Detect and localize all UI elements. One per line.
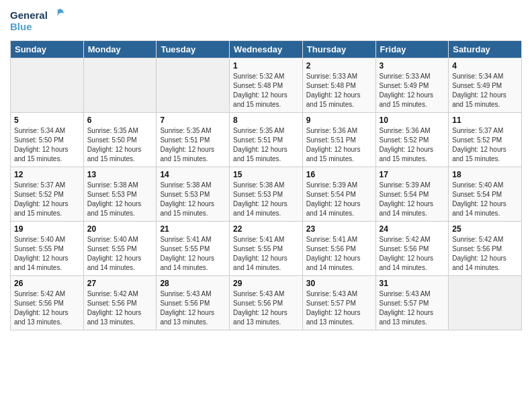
day-number: 23 bbox=[306, 224, 372, 234]
weekday-header-friday: Friday bbox=[375, 41, 449, 58]
calendar-cell: 17Sunrise: 5:39 AM Sunset: 5:54 PM Dayli… bbox=[375, 167, 449, 222]
day-number: 13 bbox=[87, 170, 153, 179]
day-info: Sunrise: 5:42 AM Sunset: 5:56 PM Dayligh… bbox=[452, 235, 518, 273]
day-number: 16 bbox=[306, 170, 372, 179]
calendar-cell: 29Sunrise: 5:43 AM Sunset: 5:56 PM Dayli… bbox=[230, 276, 303, 330]
weekday-header-row: SundayMondayTuesdayWednesdayThursdayFrid… bbox=[11, 41, 522, 58]
day-number: 6 bbox=[87, 116, 153, 125]
calendar-cell bbox=[11, 58, 84, 113]
calendar-cell bbox=[157, 58, 230, 113]
calendar-table: SundayMondayTuesdayWednesdayThursdayFrid… bbox=[10, 40, 522, 330]
day-number: 1 bbox=[233, 61, 299, 71]
day-info: Sunrise: 5:34 AM Sunset: 5:50 PM Dayligh… bbox=[14, 126, 80, 164]
calendar-cell: 23Sunrise: 5:41 AM Sunset: 5:56 PM Dayli… bbox=[302, 222, 375, 276]
calendar-cell: 9Sunrise: 5:36 AM Sunset: 5:51 PM Daylig… bbox=[302, 113, 375, 167]
calendar-cell: 2Sunrise: 5:33 AM Sunset: 5:48 PM Daylig… bbox=[302, 58, 375, 113]
day-number: 20 bbox=[87, 224, 153, 234]
day-info: Sunrise: 5:41 AM Sunset: 5:55 PM Dayligh… bbox=[160, 235, 226, 273]
day-info: Sunrise: 5:33 AM Sunset: 5:48 PM Dayligh… bbox=[306, 72, 372, 109]
day-number: 28 bbox=[160, 279, 226, 288]
day-number: 26 bbox=[14, 279, 80, 288]
day-info: Sunrise: 5:37 AM Sunset: 5:52 PM Dayligh… bbox=[14, 181, 80, 218]
calendar-week-2: 5Sunrise: 5:34 AM Sunset: 5:50 PM Daylig… bbox=[11, 113, 522, 167]
day-number: 22 bbox=[233, 224, 299, 234]
calendar-cell: 25Sunrise: 5:42 AM Sunset: 5:56 PM Dayli… bbox=[449, 222, 522, 276]
calendar-cell: 28Sunrise: 5:43 AM Sunset: 5:56 PM Dayli… bbox=[157, 276, 230, 330]
calendar-cell: 3Sunrise: 5:33 AM Sunset: 5:49 PM Daylig… bbox=[375, 58, 449, 113]
weekday-header-thursday: Thursday bbox=[302, 41, 375, 58]
weekday-header-saturday: Saturday bbox=[449, 41, 522, 58]
day-info: Sunrise: 5:40 AM Sunset: 5:55 PM Dayligh… bbox=[14, 235, 80, 273]
svg-text:General: General bbox=[10, 9, 48, 21]
day-number: 14 bbox=[160, 170, 226, 179]
day-number: 15 bbox=[233, 170, 299, 179]
day-info: Sunrise: 5:43 AM Sunset: 5:56 PM Dayligh… bbox=[233, 289, 299, 327]
svg-text:Blue: Blue bbox=[10, 21, 32, 32]
calendar-week-5: 26Sunrise: 5:42 AM Sunset: 5:56 PM Dayli… bbox=[11, 276, 522, 330]
day-number: 11 bbox=[452, 116, 518, 125]
calendar-cell: 15Sunrise: 5:38 AM Sunset: 5:53 PM Dayli… bbox=[230, 167, 303, 222]
calendar-cell: 22Sunrise: 5:41 AM Sunset: 5:55 PM Dayli… bbox=[230, 222, 303, 276]
calendar-cell: 12Sunrise: 5:37 AM Sunset: 5:52 PM Dayli… bbox=[11, 167, 84, 222]
day-number: 7 bbox=[160, 116, 226, 125]
day-info: Sunrise: 5:43 AM Sunset: 5:56 PM Dayligh… bbox=[160, 289, 226, 327]
day-info: Sunrise: 5:38 AM Sunset: 5:53 PM Dayligh… bbox=[87, 181, 153, 218]
day-number: 17 bbox=[380, 170, 445, 179]
day-info: Sunrise: 5:41 AM Sunset: 5:55 PM Dayligh… bbox=[233, 235, 299, 273]
day-info: Sunrise: 5:43 AM Sunset: 5:57 PM Dayligh… bbox=[306, 289, 372, 327]
day-info: Sunrise: 5:32 AM Sunset: 5:48 PM Dayligh… bbox=[233, 72, 299, 109]
day-info: Sunrise: 5:38 AM Sunset: 5:53 PM Dayligh… bbox=[233, 181, 299, 218]
day-number: 24 bbox=[380, 224, 445, 234]
day-info: Sunrise: 5:42 AM Sunset: 5:56 PM Dayligh… bbox=[380, 235, 445, 273]
day-info: Sunrise: 5:36 AM Sunset: 5:51 PM Dayligh… bbox=[306, 126, 372, 164]
calendar-cell: 1Sunrise: 5:32 AM Sunset: 5:48 PM Daylig… bbox=[230, 58, 303, 113]
day-info: Sunrise: 5:36 AM Sunset: 5:52 PM Dayligh… bbox=[380, 126, 445, 164]
header: General Blue bbox=[10, 7, 522, 34]
calendar-week-1: 1Sunrise: 5:32 AM Sunset: 5:48 PM Daylig… bbox=[11, 58, 522, 113]
day-number: 29 bbox=[233, 279, 299, 288]
calendar-cell: 5Sunrise: 5:34 AM Sunset: 5:50 PM Daylig… bbox=[11, 113, 84, 167]
day-number: 2 bbox=[306, 61, 372, 71]
calendar-cell: 6Sunrise: 5:35 AM Sunset: 5:50 PM Daylig… bbox=[83, 113, 157, 167]
calendar-cell: 11Sunrise: 5:37 AM Sunset: 5:52 PM Dayli… bbox=[449, 113, 522, 167]
calendar-cell: 8Sunrise: 5:35 AM Sunset: 5:51 PM Daylig… bbox=[230, 113, 303, 167]
page-container: General Blue SundayMondayTuesdayWednesda… bbox=[0, 0, 532, 340]
calendar-cell: 13Sunrise: 5:38 AM Sunset: 5:53 PM Dayli… bbox=[83, 167, 157, 222]
day-number: 9 bbox=[306, 116, 372, 125]
day-info: Sunrise: 5:42 AM Sunset: 5:56 PM Dayligh… bbox=[87, 289, 153, 327]
day-info: Sunrise: 5:39 AM Sunset: 5:54 PM Dayligh… bbox=[306, 181, 372, 218]
day-number: 8 bbox=[233, 116, 299, 125]
calendar-cell bbox=[449, 276, 522, 330]
calendar-cell: 19Sunrise: 5:40 AM Sunset: 5:55 PM Dayli… bbox=[11, 222, 84, 276]
day-number: 21 bbox=[160, 224, 226, 234]
weekday-header-monday: Monday bbox=[83, 41, 157, 58]
day-info: Sunrise: 5:38 AM Sunset: 5:53 PM Dayligh… bbox=[160, 181, 226, 218]
day-number: 31 bbox=[380, 279, 445, 288]
day-info: Sunrise: 5:35 AM Sunset: 5:51 PM Dayligh… bbox=[233, 126, 299, 164]
calendar-cell: 4Sunrise: 5:34 AM Sunset: 5:49 PM Daylig… bbox=[449, 58, 522, 113]
weekday-header-wednesday: Wednesday bbox=[230, 41, 303, 58]
weekday-header-tuesday: Tuesday bbox=[157, 41, 230, 58]
day-number: 12 bbox=[14, 170, 80, 179]
day-number: 10 bbox=[380, 116, 445, 125]
calendar-cell: 10Sunrise: 5:36 AM Sunset: 5:52 PM Dayli… bbox=[375, 113, 449, 167]
calendar-cell: 30Sunrise: 5:43 AM Sunset: 5:57 PM Dayli… bbox=[302, 276, 375, 330]
calendar-cell: 27Sunrise: 5:42 AM Sunset: 5:56 PM Dayli… bbox=[83, 276, 157, 330]
day-number: 30 bbox=[306, 279, 372, 288]
logo-svg: General Blue bbox=[10, 7, 64, 34]
calendar-cell: 7Sunrise: 5:35 AM Sunset: 5:51 PM Daylig… bbox=[157, 113, 230, 167]
calendar-cell: 26Sunrise: 5:42 AM Sunset: 5:56 PM Dayli… bbox=[11, 276, 84, 330]
calendar-cell: 24Sunrise: 5:42 AM Sunset: 5:56 PM Dayli… bbox=[375, 222, 449, 276]
day-info: Sunrise: 5:40 AM Sunset: 5:55 PM Dayligh… bbox=[87, 235, 153, 273]
calendar-cell: 16Sunrise: 5:39 AM Sunset: 5:54 PM Dayli… bbox=[302, 167, 375, 222]
day-number: 5 bbox=[14, 116, 80, 125]
logo: General Blue bbox=[10, 7, 64, 34]
calendar-cell bbox=[83, 58, 157, 113]
day-info: Sunrise: 5:40 AM Sunset: 5:54 PM Dayligh… bbox=[452, 181, 518, 218]
day-number: 3 bbox=[380, 61, 445, 71]
day-number: 19 bbox=[14, 224, 80, 234]
calendar-cell: 14Sunrise: 5:38 AM Sunset: 5:53 PM Dayli… bbox=[157, 167, 230, 222]
calendar-cell: 20Sunrise: 5:40 AM Sunset: 5:55 PM Dayli… bbox=[83, 222, 157, 276]
day-info: Sunrise: 5:37 AM Sunset: 5:52 PM Dayligh… bbox=[452, 126, 518, 164]
day-info: Sunrise: 5:42 AM Sunset: 5:56 PM Dayligh… bbox=[14, 289, 80, 327]
